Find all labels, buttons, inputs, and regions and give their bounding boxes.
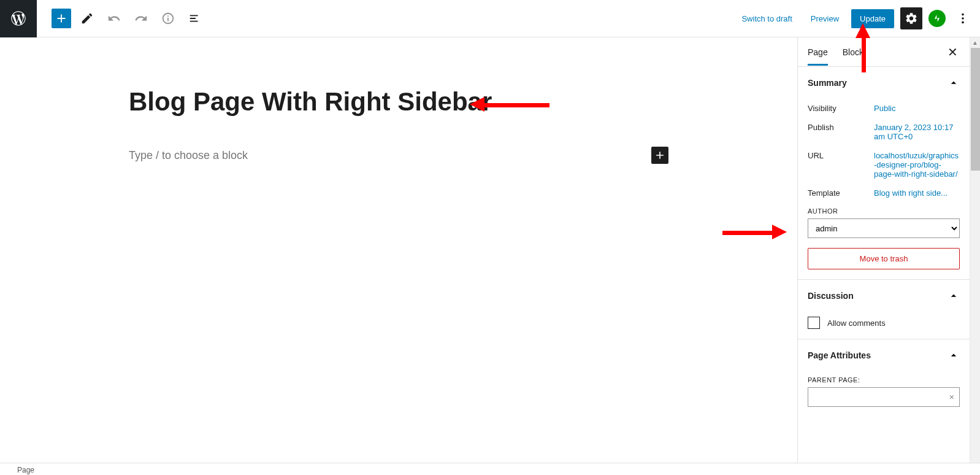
template-value[interactable]: Blog with right side... [874, 188, 960, 198]
wordpress-logo[interactable] [0, 0, 37, 37]
url-label: URL [808, 151, 869, 160]
update-button[interactable]: Update [851, 9, 894, 28]
block-prompt-text[interactable]: Type / to choose a block [129, 149, 248, 162]
allow-comments-checkbox[interactable] [808, 317, 820, 329]
author-select[interactable]: admin [808, 218, 960, 238]
move-to-trash-button[interactable]: Move to trash [808, 248, 960, 269]
url-value[interactable]: localhost/luzuk/graphics-designer-pro/bl… [874, 151, 960, 179]
svg-point-2 [962, 21, 964, 24]
author-label: AUTHOR [808, 207, 960, 215]
summary-panel-header[interactable]: Summary [798, 67, 970, 99]
more-menu-icon[interactable] [952, 7, 974, 29]
undo-button[interactable] [103, 7, 125, 29]
add-block-inline-button[interactable] [651, 147, 668, 164]
settings-button[interactable] [900, 7, 922, 29]
add-block-button[interactable] [52, 9, 71, 28]
jetpack-icon[interactable] [928, 10, 946, 27]
page-attributes-title: Page Attributes [808, 350, 871, 360]
page-attributes-panel-header[interactable]: Page Attributes [798, 339, 970, 371]
close-sidebar-icon[interactable]: ✕ [945, 45, 960, 60]
chevron-up-icon [947, 349, 960, 361]
template-label: Template [808, 188, 869, 198]
allow-comments-label: Allow comments [827, 319, 886, 328]
preview-link[interactable]: Preview [805, 10, 845, 27]
chevron-up-icon [947, 77, 960, 89]
summary-title: Summary [808, 78, 847, 88]
publish-value[interactable]: January 2, 2023 10:17 am UTC+0 [874, 123, 960, 141]
svg-point-0 [962, 14, 964, 16]
discussion-title: Discussion [808, 291, 854, 301]
vertical-scrollbar[interactable]: ▲ [970, 37, 980, 463]
scroll-thumb[interactable] [971, 48, 980, 171]
tab-page[interactable]: Page [808, 39, 828, 66]
info-icon[interactable] [157, 7, 179, 29]
tools-icon[interactable] [76, 7, 98, 29]
tab-block[interactable]: Block [843, 39, 863, 66]
visibility-label: Visibility [808, 104, 869, 113]
page-title[interactable]: Blog Page With Right Sidebar [129, 87, 668, 117]
visibility-value[interactable]: Public [874, 104, 960, 113]
parent-page-label: PARENT PAGE: [808, 376, 960, 384]
list-view-icon[interactable] [184, 7, 206, 29]
switch-to-draft-link[interactable]: Switch to draft [735, 10, 798, 27]
svg-point-1 [962, 17, 964, 20]
breadcrumb[interactable]: Page [17, 466, 34, 474]
chevron-up-icon [947, 290, 960, 302]
publish-label: Publish [808, 123, 869, 132]
scroll-up-arrow[interactable]: ▲ [970, 37, 980, 48]
redo-button[interactable] [130, 7, 152, 29]
discussion-panel-header[interactable]: Discussion [798, 280, 970, 312]
parent-page-select[interactable]: × [808, 387, 960, 407]
